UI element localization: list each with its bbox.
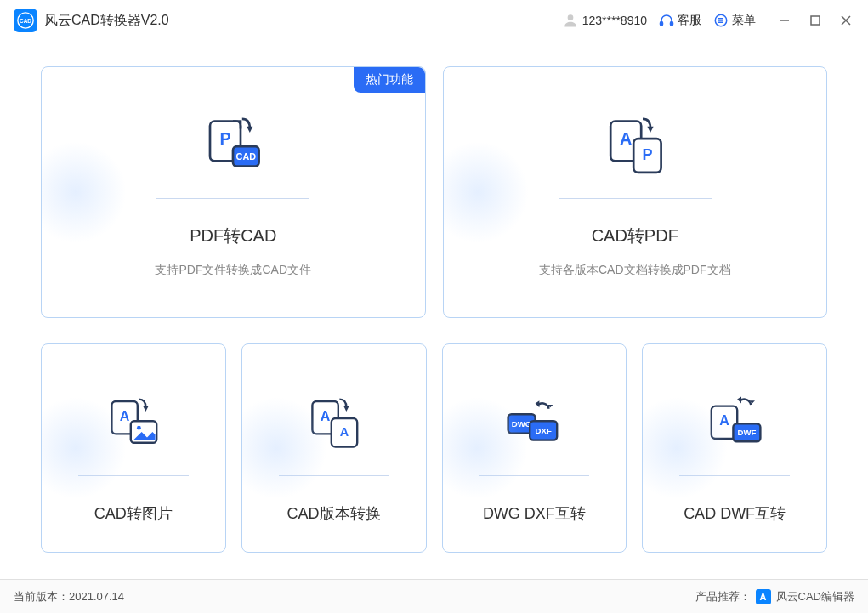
cad-dwf-icon: A DWF xyxy=(701,387,769,463)
minimize-button[interactable] xyxy=(776,12,793,29)
cad-to-pdf-icon: A P xyxy=(597,110,673,186)
card-cad-to-image[interactable]: A CAD转图片 xyxy=(41,343,226,553)
divider xyxy=(679,475,790,476)
svg-marker-41 xyxy=(737,396,741,403)
app-logo-icon: CAD xyxy=(14,9,37,32)
svg-point-2 xyxy=(567,14,573,20)
svg-point-27 xyxy=(137,426,141,430)
pdf-to-cad-icon: P CAD xyxy=(195,110,271,186)
divider xyxy=(479,475,589,476)
svg-marker-30 xyxy=(343,406,349,412)
version-label: 当前版本： xyxy=(14,590,69,603)
main-content: 热门功能 P CAD PDF转CAD 支持PDF文件转换成CAD文件 xyxy=(0,41,868,579)
menu-icon xyxy=(713,13,729,28)
cad-version-icon: A A xyxy=(300,387,368,463)
cad-to-image-icon: A xyxy=(99,387,167,463)
titlebar-right: 123****8910 客服 xyxy=(562,12,854,29)
svg-text:DWG: DWG xyxy=(512,419,531,429)
titlebar: CAD 风云CAD转换器V2.0 123****8910 xyxy=(0,0,868,41)
close-button[interactable] xyxy=(837,12,854,29)
recommend-product-name: 风云CAD编辑器 xyxy=(776,589,854,604)
recommend-label: 产品推荐： xyxy=(695,589,751,604)
svg-text:CAD: CAD xyxy=(236,151,257,162)
card-desc: 支持PDF文件转换成CAD文件 xyxy=(155,263,311,278)
avatar-icon xyxy=(562,12,579,29)
customer-service-label: 客服 xyxy=(678,13,701,28)
user-account[interactable]: 123****8910 xyxy=(562,12,647,29)
menu-label: 菜单 xyxy=(732,13,756,28)
titlebar-left: CAD 风云CAD转换器V2.0 xyxy=(14,9,169,32)
svg-text:CAD: CAD xyxy=(20,18,31,24)
card-title: DWG DXF互转 xyxy=(483,503,586,524)
divider xyxy=(279,475,389,476)
svg-marker-15 xyxy=(247,127,252,133)
version-info: 当前版本：2021.07.14 xyxy=(14,589,124,604)
card-title: CAD转图片 xyxy=(94,503,173,524)
maximize-button[interactable] xyxy=(807,12,824,29)
svg-rect-4 xyxy=(671,22,673,26)
card-title: CAD版本转换 xyxy=(287,503,381,524)
svg-text:DXF: DXF xyxy=(536,426,552,435)
svg-text:A: A xyxy=(120,409,130,423)
svg-text:A: A xyxy=(620,129,632,148)
customer-service-button[interactable]: 客服 xyxy=(659,13,701,28)
divider xyxy=(156,198,309,199)
card-cad-version[interactable]: A A CAD版本转换 xyxy=(241,343,427,553)
card-title: CAD DWF互转 xyxy=(684,503,786,524)
app-window: CAD 风云CAD转换器V2.0 123****8910 xyxy=(0,0,868,613)
svg-marker-37 xyxy=(536,400,540,407)
svg-marker-20 xyxy=(647,127,653,133)
card-dwg-dxf[interactable]: DWG DXF DWG DXF互转 xyxy=(442,343,627,553)
divider xyxy=(78,475,189,476)
card-cad-dwf[interactable]: A DWF CAD DWF互转 xyxy=(642,343,827,553)
version-value: 2021.07.14 xyxy=(69,590,124,603)
svg-rect-3 xyxy=(661,22,663,26)
recommend-logo-icon: A xyxy=(756,589,771,604)
user-id-label: 123****8910 xyxy=(582,14,647,27)
hot-badge: 热门功能 xyxy=(354,67,425,93)
headset-icon xyxy=(659,13,674,28)
svg-marker-25 xyxy=(143,406,148,412)
card-cad-to-pdf[interactable]: A P CAD转PDF 支持各版本CAD文档转换成PDF文档 xyxy=(443,66,828,318)
dwg-dxf-icon: DWG DXF xyxy=(500,387,568,463)
card-pdf-to-cad[interactable]: 热门功能 P CAD PDF转CAD 支持PDF文件转换成CAD文件 xyxy=(41,66,426,318)
svg-text:P: P xyxy=(642,146,652,163)
product-recommend[interactable]: 产品推荐： A 风云CAD编辑器 xyxy=(695,589,854,604)
footer: 当前版本：2021.07.14 产品推荐： A 风云CAD编辑器 xyxy=(0,579,868,613)
app-title: 风云CAD转换器V2.0 xyxy=(44,12,169,30)
divider xyxy=(559,198,712,199)
cards-top-row: 热门功能 P CAD PDF转CAD 支持PDF文件转换成CAD文件 xyxy=(41,66,827,318)
card-title: PDF转CAD xyxy=(190,224,276,247)
svg-text:A: A xyxy=(719,413,729,428)
card-title: CAD转PDF xyxy=(592,224,678,247)
card-desc: 支持各版本CAD文档转换成PDF文档 xyxy=(539,263,731,278)
svg-rect-10 xyxy=(811,16,820,25)
svg-text:A: A xyxy=(320,409,330,423)
window-controls xyxy=(776,12,854,29)
svg-text:DWF: DWF xyxy=(738,428,757,437)
svg-text:A: A xyxy=(339,425,349,439)
cards-bottom-row: A CAD转图片 A xyxy=(41,343,827,553)
svg-text:P: P xyxy=(220,129,231,148)
menu-button[interactable]: 菜单 xyxy=(713,13,756,28)
